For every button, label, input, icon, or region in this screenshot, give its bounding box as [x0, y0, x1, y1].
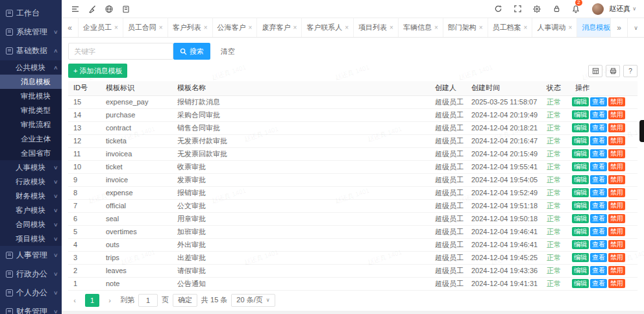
edit-button[interactable]: 编辑 — [572, 240, 589, 249]
sidebar-item-5[interactable]: 审批模块 — [0, 89, 62, 103]
bell-icon[interactable]: 2 — [567, 2, 584, 16]
edit-button[interactable]: 编辑 — [572, 123, 589, 132]
add-template-button[interactable]: + 添加消息模板 — [68, 64, 127, 78]
view-button[interactable]: 查看 — [590, 162, 607, 171]
close-tab-icon[interactable]: × — [568, 24, 572, 31]
help-icon[interactable]: ? — [623, 65, 638, 77]
edit-button[interactable]: 编辑 — [572, 162, 589, 171]
view-button[interactable]: 查看 — [590, 136, 607, 145]
edit-button[interactable]: 编辑 — [572, 175, 589, 184]
goto-page-input[interactable] — [138, 294, 158, 307]
edit-button[interactable]: 编辑 — [572, 279, 589, 288]
close-tab-icon[interactable]: × — [293, 24, 297, 31]
disable-button[interactable]: 禁用 — [608, 201, 625, 210]
tabs-menu-icon[interactable]: ∨ — [627, 18, 644, 37]
view-button[interactable]: 查看 — [590, 266, 607, 275]
edit-button[interactable]: 编辑 — [572, 253, 589, 262]
search-button[interactable]: 搜索 — [173, 43, 210, 60]
sidebar-item-15[interactable]: 项目模块∨ — [0, 232, 62, 246]
disable-button[interactable]: 禁用 — [608, 266, 625, 275]
edit-button[interactable]: 编辑 — [572, 110, 589, 119]
disable-button[interactable]: 禁用 — [608, 162, 625, 171]
tab-8[interactable]: 部门架构× — [443, 18, 488, 37]
note-icon[interactable] — [118, 2, 134, 16]
sidebar-item-17[interactable]: 行政办公∨ — [0, 265, 62, 284]
tab-0[interactable]: 企业员工× — [79, 18, 123, 37]
lock-icon[interactable] — [548, 2, 565, 16]
refresh-icon[interactable] — [489, 2, 506, 16]
tab-5[interactable]: 客户联系人× — [302, 18, 354, 37]
tab-2[interactable]: 客户列表× — [168, 18, 213, 37]
disable-button[interactable]: 禁用 — [608, 227, 625, 236]
sidebar-item-16[interactable]: 人事管理∨ — [0, 246, 62, 265]
gear-icon[interactable] — [528, 2, 545, 16]
sidebar-item-6[interactable]: 审批类型 — [0, 103, 62, 117]
sidebar-item-9[interactable]: 全国省市 — [0, 146, 62, 160]
view-button[interactable]: 查看 — [590, 201, 607, 210]
edit-button[interactable]: 编辑 — [572, 136, 589, 145]
view-button[interactable]: 查看 — [590, 253, 607, 262]
close-tab-icon[interactable]: × — [479, 24, 483, 31]
current-page-button[interactable]: 1 — [85, 294, 99, 307]
tab-7[interactable]: 车辆信息× — [399, 18, 443, 37]
disable-button[interactable]: 禁用 — [608, 110, 625, 119]
tab-1[interactable]: 员工合同× — [123, 18, 168, 37]
edit-button[interactable]: 编辑 — [572, 201, 589, 210]
print-icon[interactable] — [606, 65, 620, 77]
tab-3[interactable]: 公海客户× — [213, 18, 258, 37]
disable-button[interactable]: 禁用 — [608, 123, 625, 132]
view-button[interactable]: 查看 — [590, 214, 607, 223]
tabs-overflow-icon[interactable]: » — [610, 18, 627, 37]
edit-button[interactable]: 编辑 — [572, 149, 589, 158]
sidebar-item-12[interactable]: 财务模块∨ — [0, 189, 62, 203]
clear-button[interactable]: 清空 — [221, 47, 235, 56]
close-tab-icon[interactable]: × — [249, 24, 253, 31]
broom-icon[interactable] — [84, 2, 101, 16]
sidebar-item-2[interactable]: 基础数据∧ — [0, 42, 62, 60]
disable-button[interactable]: 禁用 — [608, 279, 625, 288]
sidebar-item-10[interactable]: 人事模块∨ — [0, 160, 62, 175]
sidebar-item-18[interactable]: 个人办公∨ — [0, 284, 62, 302]
sidebar-item-3[interactable]: 公共模块∧ — [0, 60, 62, 75]
sidebar-item-7[interactable]: 审批流程 — [0, 117, 62, 132]
close-tab-icon[interactable]: × — [524, 24, 528, 31]
sidebar-item-4[interactable]: 消息模板 — [0, 75, 62, 89]
view-button[interactable]: 查看 — [590, 149, 607, 158]
sidebar-item-19[interactable]: 财务管理∨ — [0, 302, 62, 314]
collapse-sidebar-icon[interactable] — [67, 2, 84, 16]
disable-button[interactable]: 禁用 — [608, 253, 625, 262]
close-tab-icon[interactable]: × — [390, 24, 393, 31]
globe-icon[interactable] — [101, 2, 118, 16]
close-tab-icon[interactable]: × — [434, 24, 438, 31]
disable-button[interactable]: 禁用 — [608, 149, 625, 158]
edit-button[interactable]: 编辑 — [572, 97, 589, 106]
columns-icon[interactable] — [588, 65, 602, 77]
sidebar-item-8[interactable]: 企业主体 — [0, 132, 62, 146]
view-button[interactable]: 查看 — [590, 279, 607, 288]
disable-button[interactable]: 禁用 — [608, 175, 625, 184]
tab-11[interactable]: 消息模板× — [577, 18, 610, 37]
disable-button[interactable]: 禁用 — [608, 240, 625, 249]
disable-button[interactable]: 禁用 — [608, 136, 625, 145]
sidebar-item-13[interactable]: 客户模块∨ — [0, 203, 62, 217]
edit-button[interactable]: 编辑 — [572, 188, 589, 197]
sidebar-item-11[interactable]: 行政模块∨ — [0, 175, 62, 189]
tab-9[interactable]: 员工档案× — [488, 18, 533, 37]
drawer-handle[interactable] — [639, 120, 644, 142]
view-button[interactable]: 查看 — [590, 123, 607, 132]
tabs-scroll-left-icon[interactable]: « — [62, 18, 79, 37]
avatar[interactable] — [592, 3, 604, 15]
close-tab-icon[interactable]: × — [114, 24, 118, 31]
close-tab-icon[interactable]: × — [204, 24, 208, 31]
disable-button[interactable]: 禁用 — [608, 188, 625, 197]
per-page-select[interactable]: 20 条/页 ∨ — [231, 294, 275, 307]
prev-page-button[interactable]: ‹ — [68, 294, 81, 307]
sidebar-item-1[interactable]: 系统管理∨ — [0, 23, 62, 42]
user-menu[interactable]: 赵还真 ∨ — [609, 4, 636, 14]
next-page-button[interactable]: › — [103, 294, 116, 307]
tab-10[interactable]: 人事调动× — [532, 18, 577, 37]
tab-4[interactable]: 废弃客户× — [257, 18, 302, 37]
confirm-page-button[interactable]: 确定 — [173, 294, 197, 307]
view-button[interactable]: 查看 — [590, 188, 607, 197]
close-tab-icon[interactable]: × — [345, 24, 349, 31]
